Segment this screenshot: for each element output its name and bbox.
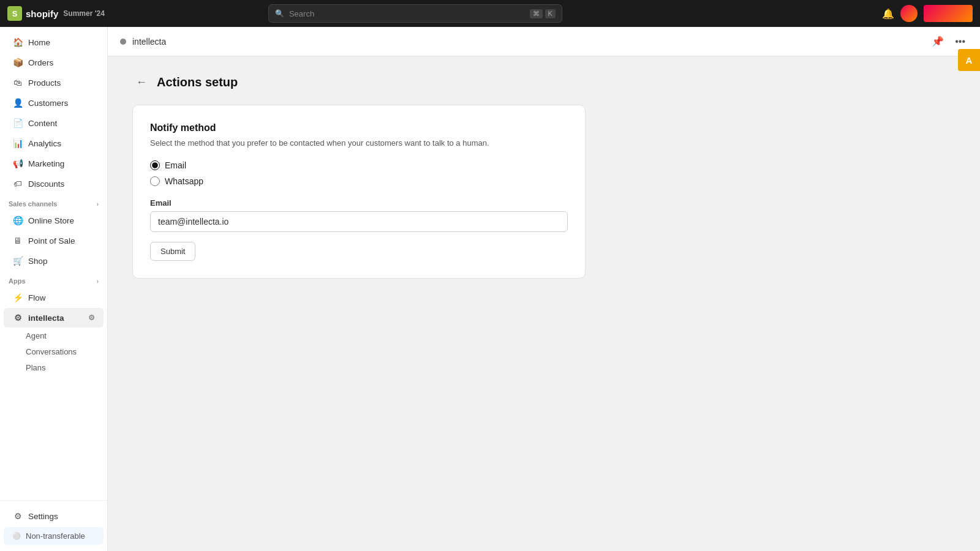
radio-email-label: Email — [165, 160, 186, 170]
marketing-icon: 📢 — [12, 158, 23, 169]
breadcrumb-dot — [120, 39, 126, 45]
plans-label: Plans — [26, 363, 46, 372]
sidebar-item-shop[interactable]: 🛒 Shop — [4, 251, 104, 271]
sidebar-item-point-of-sale-label: Point of Sale — [28, 236, 75, 246]
avatar[interactable] — [900, 5, 918, 22]
content-icon: 📄 — [12, 118, 23, 129]
submit-button[interactable]: Submit — [150, 242, 195, 261]
radio-whatsapp-item[interactable]: Whatsapp — [150, 176, 568, 186]
sidebar-item-content-label: Content — [28, 119, 57, 128]
intellecta-settings-icon[interactable]: ⚙ — [88, 313, 95, 322]
point-of-sale-icon: 🖥 — [12, 235, 23, 246]
apps-expand-icon[interactable]: › — [97, 278, 99, 285]
pin-icon[interactable]: 📌 — [929, 33, 946, 50]
sidebar-item-orders-label: Orders — [28, 58, 53, 67]
search-shortcut: ⌘ K — [530, 9, 556, 18]
intellecta-icon: ⚙ — [12, 312, 23, 323]
sidebar-item-home-label: Home — [28, 38, 50, 47]
sidebar-item-orders[interactable]: 📦 Orders — [4, 53, 104, 72]
email-field-label: Email — [150, 198, 568, 208]
section-title: Notify method — [150, 122, 568, 133]
summer-label: Summer '24 — [63, 9, 105, 18]
layout: 🏠 Home 📦 Orders 🛍 Products 👤 Customers 📄… — [0, 27, 980, 551]
section-desc: Select the method that you prefer to be … — [150, 137, 568, 149]
topbar-actions: 🔔 — [882, 5, 973, 22]
radio-whatsapp-input[interactable] — [150, 176, 160, 186]
settings-icon: ⚙ — [12, 511, 23, 522]
orders-icon: 📦 — [12, 57, 23, 68]
sidebar-item-analytics[interactable]: 📊 Analytics — [4, 133, 104, 153]
sales-channels-section: Sales channels › — [0, 194, 107, 210]
main-content: intellecta 📌 ••• ← Actions setup Notify … — [108, 27, 980, 551]
customers-icon: 👤 — [12, 97, 23, 108]
search-placeholder: Search — [289, 9, 525, 18]
page-header-bar: intellecta 📌 ••• — [108, 27, 980, 56]
sidebar-sub-conversations[interactable]: Conversations — [4, 344, 104, 359]
back-button[interactable]: ← — [132, 75, 151, 90]
shop-icon: 🛒 — [12, 255, 23, 266]
sidebar-item-flow[interactable]: ⚡ Flow — [4, 288, 104, 307]
sidebar-item-discounts-label: Discounts — [28, 179, 64, 189]
sidebar-item-point-of-sale[interactable]: 🖥 Point of Sale — [4, 231, 104, 250]
sidebar-item-marketing-label: Marketing — [28, 159, 64, 168]
analytics-icon: 📊 — [12, 138, 23, 149]
sales-channels-expand-icon[interactable]: › — [97, 201, 99, 208]
brand-name: shopify — [26, 9, 58, 19]
search-icon: 🔍 — [275, 9, 284, 18]
apps-section: Apps › — [0, 271, 107, 287]
sidebar-item-marketing[interactable]: 📢 Marketing — [4, 154, 104, 173]
sidebar-item-discounts[interactable]: 🏷 Discounts — [4, 174, 104, 193]
apps-label: Apps — [9, 277, 26, 285]
online-store-icon: 🌐 — [12, 215, 23, 226]
non-transferable-item: ⚪ Non-transferable — [4, 527, 104, 545]
flow-icon: ⚡ — [12, 292, 23, 303]
sidebar-item-online-store[interactable]: 🌐 Online Store — [4, 211, 104, 230]
products-icon: 🛍 — [12, 77, 23, 88]
email-input[interactable] — [150, 211, 568, 232]
conversations-label: Conversations — [26, 347, 77, 356]
notify-method-card: Notify method Select the method that you… — [132, 105, 586, 279]
notification-bell-icon[interactable]: 🔔 — [882, 8, 894, 20]
sidebar-item-online-store-label: Online Store — [28, 216, 74, 225]
cmd-key: ⌘ — [530, 9, 543, 18]
settings-label: Settings — [28, 512, 58, 521]
radio-whatsapp-label: Whatsapp — [165, 176, 203, 186]
non-transferable-label: Non-transferable — [26, 531, 85, 541]
sidebar-bottom: ⚙ Settings ⚪ Non-transferable — [0, 500, 107, 551]
store-button[interactable] — [924, 5, 973, 22]
radio-email-input[interactable] — [150, 160, 160, 170]
sidebar-sub-agent[interactable]: Agent — [4, 328, 104, 343]
page-title-row: ← Actions setup — [132, 75, 956, 90]
search-bar[interactable]: 🔍 Search ⌘ K — [268, 4, 562, 23]
sidebar-item-customers[interactable]: 👤 Customers — [4, 93, 104, 113]
sidebar-item-home[interactable]: 🏠 Home — [4, 32, 104, 52]
sidebar-item-customers-label: Customers — [28, 99, 68, 108]
sidebar-item-intellecta-label: intellecta — [28, 313, 64, 323]
radio-email-item[interactable]: Email — [150, 160, 568, 170]
sidebar-item-products-label: Products — [28, 78, 61, 88]
topbar-logo: S shopify Summer '24 — [7, 6, 105, 21]
sidebar-item-content[interactable]: 📄 Content — [4, 113, 104, 133]
sidebar: 🏠 Home 📦 Orders 🛍 Products 👤 Customers 📄… — [0, 27, 108, 551]
more-options-icon[interactable]: ••• — [952, 34, 968, 50]
sidebar-item-analytics-label: Analytics — [28, 139, 61, 148]
sidebar-item-settings[interactable]: ⚙ Settings — [4, 506, 104, 526]
k-key: K — [545, 9, 556, 18]
page-title: Actions setup — [157, 75, 238, 89]
page-header-left: intellecta — [120, 37, 166, 47]
sidebar-item-shop-label: Shop — [28, 257, 48, 266]
sidebar-item-products[interactable]: 🛍 Products — [4, 73, 104, 92]
topbar: S shopify Summer '24 🔍 Search ⌘ K 🔔 — [0, 0, 980, 27]
discounts-icon: 🏷 — [12, 178, 23, 189]
sales-channels-label: Sales channels — [9, 200, 58, 208]
breadcrumb: intellecta — [132, 37, 166, 47]
sidebar-sub-plans[interactable]: Plans — [4, 360, 104, 375]
home-icon: 🏠 — [12, 37, 23, 48]
sidebar-item-intellecta[interactable]: ⚙ intellecta ⚙ — [4, 308, 104, 328]
corner-badge[interactable]: A — [958, 49, 980, 71]
page-header-actions: 📌 ••• — [929, 33, 968, 50]
radio-group: Email Whatsapp — [150, 160, 568, 186]
content-area: ← Actions setup Notify method Select the… — [108, 56, 980, 551]
shopify-logo-icon: S — [7, 6, 22, 21]
sidebar-item-flow-label: Flow — [28, 293, 46, 302]
